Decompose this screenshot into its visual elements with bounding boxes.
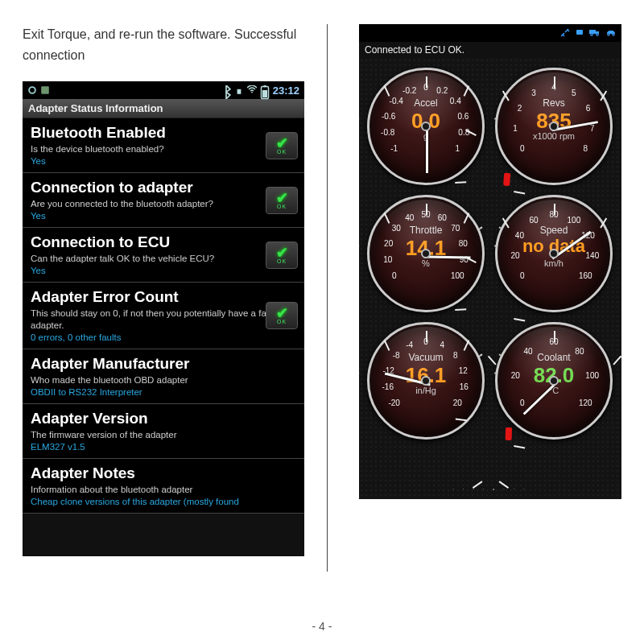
gauge-label: Revs	[497, 97, 610, 109]
item-value: ELM327 v1.5	[31, 442, 296, 452]
gauge-revs[interactable]: 012345678Revs835x1000 rpm	[495, 68, 613, 185]
item-title: Adapter Notes	[31, 464, 296, 482]
gauge-throttle[interactable]: 0102030405060708090100Throttle14.1%	[367, 195, 485, 312]
status-item[interactable]: Adapter Error CountThis should stay on 0…	[23, 283, 304, 349]
gauge-accel[interactable]: -1-0.8-0.6-0.4-0.200.20.40.60.81Accel0.0…	[367, 68, 485, 185]
truck-icon	[589, 27, 601, 39]
status-item[interactable]: Bluetooth EnabledIs the device bluetooth…	[23, 118, 304, 173]
page-indicator-dots: · · · · • · · ·	[359, 485, 621, 493]
svg-rect-4	[262, 90, 267, 97]
svg-point-11	[608, 33, 610, 35]
column-divider	[327, 24, 328, 572]
gauge-label: Vacuum	[369, 352, 482, 363]
app-icon	[40, 85, 50, 95]
svg-point-12	[613, 33, 615, 35]
bluetooth-icon	[221, 85, 231, 95]
car-icon	[605, 27, 617, 39]
ok-indicator: ✔OK	[266, 242, 298, 269]
ok-indicator: ✔OK	[266, 187, 298, 214]
android-status-bar: 23:12	[23, 81, 304, 99]
item-value: 0 errors, 0 other faults	[31, 332, 296, 342]
gauge-needle	[426, 126, 428, 173]
gauge-vacuum[interactable]: -20-16-12-8-4048121620Vacuum16.1in/Hg	[367, 322, 485, 440]
gauge-unit: °C	[497, 386, 610, 395]
status-time: 23:12	[273, 85, 299, 97]
item-value: Yes	[31, 156, 296, 166]
battery-icon	[260, 85, 270, 95]
item-subtitle: Who made the bluetooth OBD adapter	[31, 374, 296, 386]
phone-status-screen: 23:12 Adapter Status Information Bluetoo…	[23, 81, 304, 556]
gauge-speed[interactable]: 020406080100120140160Speedno datakm/h	[495, 195, 613, 312]
gauge-label: Throttle	[369, 225, 482, 236]
item-subtitle: Is the device bluetooth enabled?	[31, 143, 296, 155]
status-item[interactable]: Adapter ManufacturerWho made the bluetoo…	[23, 349, 304, 404]
svg-rect-6	[576, 30, 583, 35]
connection-status: Connected to ECU OK.	[359, 42, 621, 58]
item-value: OBDII to RS232 Interpreter	[31, 387, 296, 397]
caption-line-2: connection	[23, 48, 85, 62]
chip-icon	[575, 27, 584, 39]
android-status-bar	[359, 24, 621, 42]
item-subtitle: This should stay on 0, if not then you p…	[31, 308, 296, 332]
item-title: Connection to adapter	[31, 179, 296, 196]
svg-point-2	[251, 92, 253, 93]
ok-indicator: ✔OK	[266, 132, 298, 159]
gauge-unit: x1000 rpm	[497, 131, 610, 141]
item-value: Yes	[31, 211, 296, 221]
item-value: Yes	[31, 266, 296, 275]
status-item[interactable]: Adapter NotesInformation about the bluet…	[23, 459, 304, 514]
svg-point-9	[591, 33, 593, 35]
status-item[interactable]: Connection to ECUCan the adapter talk OK…	[23, 228, 304, 283]
svg-point-0	[29, 87, 35, 93]
svg-rect-5	[263, 85, 266, 87]
item-title: Adapter Manufacturer	[31, 355, 296, 373]
caption: Exit Torque, and re-run the software. Su…	[23, 24, 316, 65]
settings-icon	[27, 85, 37, 95]
item-title: Adapter Version	[31, 410, 296, 427]
satellite-icon	[560, 27, 570, 39]
item-subtitle: Are you connected to the bluetooth adapt…	[31, 198, 296, 210]
caption-line-1: Exit Torque, and re-run the software. Su…	[23, 27, 296, 41]
item-subtitle: The firmware version of the adapter	[31, 429, 296, 441]
ok-indicator: ✔OK	[266, 302, 298, 329]
svg-rect-1	[41, 86, 49, 94]
gauge-unit: km/h	[497, 258, 610, 268]
item-title: Adapter Error Count	[31, 288, 296, 306]
gauge-label: Coolant	[497, 352, 610, 363]
item-subtitle: Information about the bluetooth adapter	[31, 484, 296, 496]
gauge-label: Accel	[369, 97, 482, 109]
status-item[interactable]: Connection to adapterAre you connected t…	[23, 173, 304, 228]
item-title: Connection to ECU	[31, 233, 296, 251]
svg-rect-7	[589, 30, 596, 34]
item-title: Bluetooth Enabled	[31, 124, 296, 142]
status-list[interactable]: Bluetooth EnabledIs the device bluetooth…	[23, 118, 304, 514]
gauge-unit: in/Hg	[369, 386, 482, 395]
gauge-label: Speed	[497, 225, 610, 236]
data-icon	[234, 85, 244, 95]
wifi-icon	[247, 85, 257, 95]
svg-point-10	[597, 33, 599, 35]
gauge-unit: %	[369, 258, 482, 268]
item-subtitle: Can the adapter talk OK to the vehicle E…	[31, 253, 296, 265]
page-number: - 4 -	[0, 620, 644, 633]
status-item[interactable]: Adapter VersionThe firmware version of t…	[23, 404, 304, 459]
gauge-grid[interactable]: -1-0.8-0.6-0.4-0.200.20.40.60.81Accel0.0…	[359, 58, 621, 449]
screen-title: Adapter Status Information	[23, 99, 304, 118]
item-value: Cheap clone versions of this adapter (mo…	[31, 497, 296, 506]
gauge-coolant[interactable]: 020406080100120Coolant82.0°C	[495, 322, 613, 440]
phone-gauges-screen: Connected to ECU OK. -1-0.8-0.6-0.4-0.20…	[359, 24, 621, 499]
